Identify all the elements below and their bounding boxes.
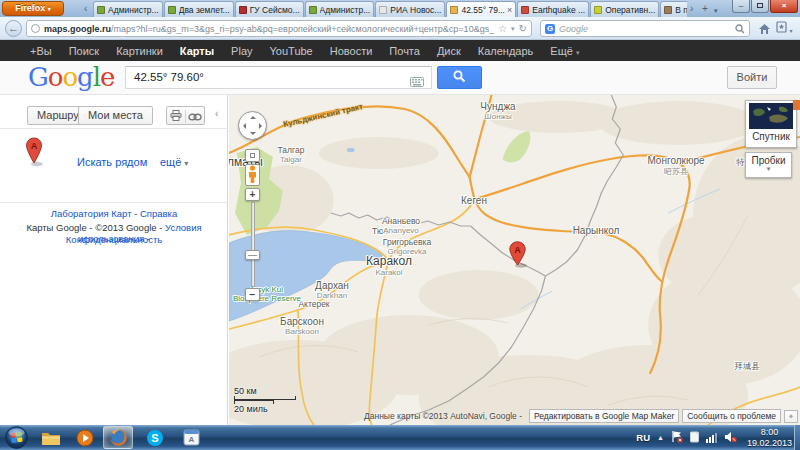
firefox-menu-button[interactable]: Firefox ▾: [2, 1, 64, 16]
pan-up-icon[interactable]: [250, 116, 256, 119]
street-view-pegman[interactable]: [245, 164, 260, 186]
google-logo-letter: g: [77, 62, 93, 92]
power-status-icon[interactable]: [689, 429, 700, 447]
gbar-link[interactable]: +Вы: [30, 45, 52, 57]
virtual-keyboard-icon[interactable]: [410, 73, 424, 91]
share-link-button[interactable]: [186, 107, 204, 124]
reload-icon[interactable]: ↻: [519, 23, 527, 34]
gbar-link[interactable]: Поиск: [69, 45, 99, 57]
browser-search-box[interactable]: G Google: [540, 20, 750, 37]
privacy-link[interactable]: Конфиденциальность: [66, 234, 162, 245]
gbar-link[interactable]: Диск: [437, 45, 461, 57]
zoom-in-button[interactable]: +: [245, 188, 260, 201]
map-maker-edit-button[interactable]: Редактировать в Google Map Maker: [529, 409, 679, 423]
action-center-flag-icon[interactable]: [671, 429, 683, 447]
default-view-button[interactable]: [245, 149, 260, 162]
maps-search-button[interactable]: [437, 66, 482, 89]
grip: [248, 255, 257, 256]
browser-tab[interactable]: РИА Новос...: [375, 1, 445, 17]
pan-right-icon[interactable]: [259, 123, 262, 129]
tab-favicon-icon: [664, 6, 672, 14]
taskbar-document-app-button[interactable]: A: [176, 426, 206, 449]
google-search-engine-icon[interactable]: G: [545, 24, 555, 34]
gbar-link[interactable]: Картинки: [116, 45, 163, 57]
url-bar[interactable]: maps.google.ru/maps?hl=ru&gs_m=3&gs_ri=p…: [26, 20, 532, 37]
browser-tab[interactable]: ГУ Сейсмо...: [235, 1, 304, 17]
tab-title: ГУ Сейсмо...: [250, 5, 300, 15]
maps-search-input[interactable]: 42.55° 79.60°: [125, 66, 432, 89]
tab-scroll-right-icon[interactable]: ›: [690, 3, 693, 15]
gbar-link[interactable]: Карты: [180, 45, 214, 57]
pan-down-icon[interactable]: [250, 132, 256, 135]
divider: [0, 128, 228, 129]
browser-tab[interactable]: Два землет...: [164, 1, 234, 17]
collapse-sidebar-icon[interactable]: ‹: [215, 108, 218, 119]
network-status-icon[interactable]: [706, 429, 718, 447]
url-dropdown-icon[interactable]: ▾: [511, 25, 515, 33]
home-button[interactable]: [758, 21, 771, 39]
browser-tab[interactable]: Администр...: [305, 1, 375, 17]
map-tools-button[interactable]: ⌖: [784, 410, 798, 423]
language-indicator[interactable]: RU: [636, 432, 650, 443]
bookmarks-panel-button[interactable]: ▾: [776, 21, 793, 35]
map-pan-control[interactable]: [238, 111, 267, 140]
browser-tab[interactable]: Оперативн...: [590, 1, 659, 17]
restore-button[interactable]: [751, 0, 769, 13]
gbar-link[interactable]: Новости: [330, 45, 373, 57]
browser-tab[interactable]: В продукта...: [660, 1, 687, 17]
back-button[interactable]: ←: [5, 20, 22, 37]
svg-text:A: A: [31, 141, 38, 151]
tab-scroll-left-icon[interactable]: ‹: [84, 3, 87, 15]
taskbar-clock[interactable]: 8:00 19.02.2013: [747, 427, 792, 449]
close-button[interactable]: ×: [770, 0, 798, 13]
print-button[interactable]: [167, 107, 185, 124]
taskbar-media-player-button[interactable]: [70, 426, 100, 449]
tab-list-dropdown-icon[interactable]: ▾: [714, 5, 718, 17]
satellite-toggle-button[interactable]: Спутник: [745, 100, 797, 148]
gbar-link[interactable]: Почта: [389, 45, 420, 57]
taskbar-skype-button[interactable]: S: [140, 426, 170, 449]
search-magnifier-icon[interactable]: [735, 24, 745, 34]
maps-labs-link[interactable]: Лаборатория Карт: [51, 208, 132, 219]
bookmark-star-icon[interactable]: ☆: [498, 23, 507, 34]
gbar-more-link[interactable]: Ещё ▾: [550, 45, 579, 57]
zoom-slider-handle[interactable]: [245, 250, 260, 260]
gbar-link[interactable]: YouTube: [270, 45, 313, 57]
pan-left-icon[interactable]: [243, 123, 246, 129]
taskbar-firefox-button[interactable]: [103, 426, 133, 449]
dropdown-icon: ▾: [184, 159, 188, 168]
report-problem-button[interactable]: Сообщить о проблеме: [682, 409, 781, 423]
url-path: /maps?hl=ru&gs_m=3&gs_ri=psy-ab&pq=европ…: [111, 24, 494, 34]
browser-tab[interactable]: Администр...: [93, 1, 163, 17]
sidebar-result-marker-icon[interactable]: A: [25, 137, 45, 171]
sidebar-more-link[interactable]: ещё ▾: [160, 156, 188, 168]
traffic-toggle-button[interactable]: Пробки ▾: [745, 152, 792, 178]
gbar-link[interactable]: Play: [231, 45, 252, 57]
sign-in-button[interactable]: Войти: [727, 66, 777, 89]
help-link[interactable]: Справка: [140, 208, 177, 219]
start-button[interactable]: [5, 426, 28, 450]
tab-title: Администр...: [320, 5, 371, 15]
gbar-link[interactable]: Календарь: [478, 45, 534, 57]
search-nearby-link[interactable]: Искать рядом: [77, 156, 147, 168]
show-desktop-button[interactable]: [794, 425, 800, 450]
my-places-button[interactable]: Мои места: [78, 106, 153, 125]
google-logo[interactable]: Google: [28, 62, 114, 92]
map-label: БарскоонBarskoon: [280, 316, 324, 336]
tray-expand-icon[interactable]: ▲: [657, 434, 664, 441]
url-text[interactable]: maps.google.ru/maps?hl=ru&gs_m=3&gs_ri=p…: [44, 24, 494, 34]
zoom-slider-track[interactable]: [251, 202, 255, 287]
tab-title: РИА Новос...: [390, 5, 441, 15]
browser-tab[interactable]: 42.55° 79...×: [446, 1, 516, 17]
volume-muted-icon[interactable]: [724, 429, 737, 447]
map-result-marker[interactable]: A: [508, 241, 528, 272]
zoom-out-button[interactable]: −: [245, 288, 260, 301]
taskbar-explorer-button[interactable]: [36, 426, 66, 449]
search-engine-placeholder[interactable]: Google: [559, 24, 735, 34]
browser-tab[interactable]: Earthquake ...: [517, 1, 589, 17]
tab-close-icon[interactable]: ×: [507, 6, 512, 14]
map-canvas[interactable]: ЧунджаШонжыКульджинский трактТалгарTalga…: [229, 95, 800, 425]
minimize-button[interactable]: –: [732, 0, 750, 13]
window-controls: – ×: [731, 0, 798, 13]
new-tab-button[interactable]: +: [702, 3, 708, 15]
